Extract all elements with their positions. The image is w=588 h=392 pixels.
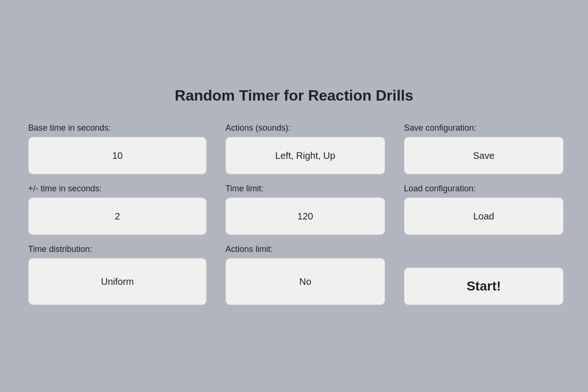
load-config-label: Load configuration: [404,184,564,194]
actions-sounds-input[interactable]: Left, Right, Up [225,137,385,174]
save-button[interactable]: Save [404,137,564,174]
app-container: Random Timer for Reaction Drills Base ti… [0,0,588,392]
base-time-label: Base time in seconds: [28,123,207,133]
time-limit-input[interactable]: 120 [225,197,385,235]
actions-limit-label: Actions limit: [225,244,385,254]
start-button[interactable]: Start! [404,267,564,305]
time-limit-label: Time limit: [225,184,385,194]
plus-minus-time-input[interactable]: 2 [28,197,207,235]
page-title: Random Timer for Reaction Drills [175,87,413,104]
save-config-label: Save configuration: [404,123,564,133]
plus-minus-time-label: +/- time in seconds: [28,184,207,194]
time-distribution-label: Time distribution: [28,244,207,254]
actions-sounds-label: Actions (sounds): [225,123,385,133]
base-time-input[interactable]: 10 [28,137,207,174]
actions-limit-input[interactable]: No [225,258,385,305]
time-distribution-input[interactable]: Uniform [28,258,207,305]
main-grid: Base time in seconds: 10 +/- time in sec… [28,123,560,305]
load-button[interactable]: Load [404,197,564,235]
